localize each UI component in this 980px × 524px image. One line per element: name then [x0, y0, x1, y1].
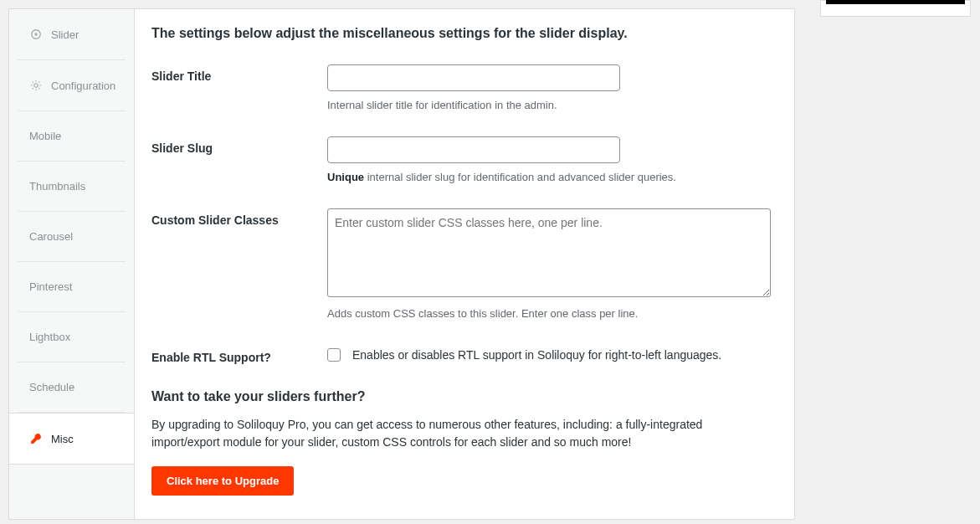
upgrade-text: By upgrading to Soliloquy Pro, you can g…	[151, 416, 771, 451]
sidebar-item-carousel[interactable]: Carousel	[18, 212, 126, 262]
content-panel: The settings below adjust the miscellane…	[135, 9, 794, 519]
input-slider-slug[interactable]	[327, 136, 620, 163]
help-slider-slug: Unique internal slider slug for identifi…	[327, 170, 771, 185]
sidebar-item-label: Mobile	[29, 130, 61, 142]
upgrade-button[interactable]: Click here to Upgrade	[151, 466, 294, 496]
sidebar-item-label: Configuration	[51, 80, 115, 92]
row-custom-classes: Custom Slider Classes Adds custom CSS cl…	[151, 208, 771, 321]
input-slider-title[interactable]	[327, 64, 620, 91]
sidebar-item-label: Lightbox	[29, 331, 70, 343]
checkbox-rtl[interactable]	[327, 348, 341, 362]
label-custom-classes: Custom Slider Classes	[151, 208, 327, 321]
sidebar: Slider Configuration Mobile Thumbnails C…	[9, 9, 135, 519]
gear-icon	[29, 79, 43, 92]
row-slider-title: Slider Title Internal slider title for i…	[151, 64, 771, 113]
sidebar-item-label: Carousel	[29, 230, 73, 243]
label-rtl: Enable RTL Support?	[151, 346, 327, 364]
slider-icon	[29, 28, 43, 41]
right-panel	[820, 0, 971, 17]
textarea-custom-classes[interactable]	[327, 208, 771, 297]
upgrade-heading: Want to take your sliders further?	[151, 389, 771, 404]
sidebar-item-label: Slider	[51, 28, 79, 41]
svg-point-2	[34, 84, 38, 87]
label-slider-slug: Slider Slug	[151, 136, 327, 185]
sidebar-item-pinterest[interactable]: Pinterest	[18, 262, 126, 312]
sidebar-item-label: Thumbnails	[29, 180, 85, 193]
desc-rtl: Enables or disables RTL support in Solil…	[352, 348, 721, 362]
sidebar-item-label: Misc	[51, 433, 74, 445]
svg-point-1	[34, 33, 38, 36]
settings-container: Slider Configuration Mobile Thumbnails C…	[8, 8, 795, 520]
wrench-icon	[29, 432, 43, 445]
help-custom-classes: Adds custom CSS classes to this slider. …	[327, 306, 771, 321]
sidebar-item-configuration[interactable]: Configuration	[18, 60, 126, 111]
sidebar-item-schedule[interactable]: Schedule	[18, 362, 126, 413]
sidebar-item-label: Schedule	[29, 381, 74, 393]
row-rtl: Enable RTL Support? Enables or disables …	[151, 346, 771, 364]
sidebar-item-lightbox[interactable]: Lightbox	[18, 312, 126, 362]
sidebar-item-mobile[interactable]: Mobile	[18, 111, 126, 162]
sidebar-item-label: Pinterest	[29, 280, 72, 293]
help-slider-title: Internal slider title for identification…	[327, 98, 771, 113]
sidebar-item-slider[interactable]: Slider	[18, 9, 126, 60]
sidebar-item-thumbnails[interactable]: Thumbnails	[18, 162, 126, 212]
sidebar-item-misc[interactable]: Misc	[9, 413, 134, 465]
label-slider-title: Slider Title	[151, 64, 327, 113]
settings-title: The settings below adjust the miscellane…	[151, 26, 771, 41]
row-slider-slug: Slider Slug Unique internal slider slug …	[151, 136, 771, 185]
right-panel-bar	[826, 0, 965, 4]
